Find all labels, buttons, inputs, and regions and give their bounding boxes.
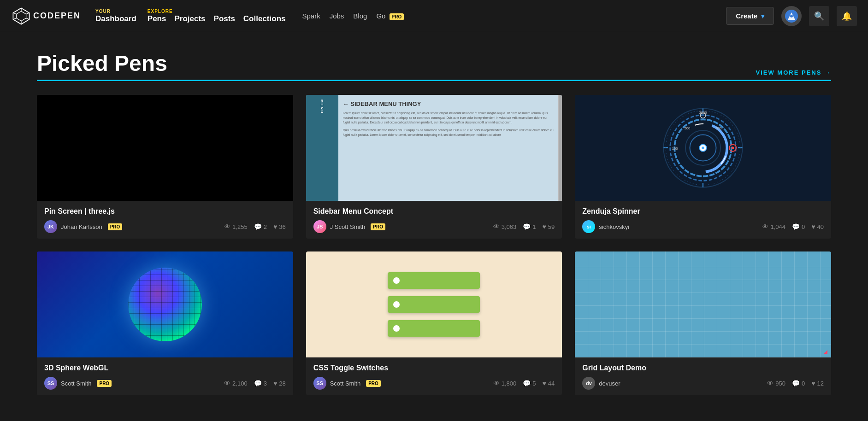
pen-card-2[interactable]: MENU ← SIDEBAR MENU THINGY Lorem ipsum d… (306, 95, 562, 239)
nav-collections[interactable]: Collections (243, 14, 286, 23)
pen-author-5: SS Scott Smith PRO (313, 377, 381, 390)
create-button[interactable]: Create ▾ (726, 7, 774, 25)
pen-preview-spinner: 3000 100 500 500 (575, 95, 831, 201)
heart-icon-2: ♥ (543, 223, 546, 230)
like-count-4: 28 (279, 380, 285, 387)
view-more-label: VIEW MORE PENS → (756, 69, 831, 76)
pen-preview-toggles (306, 251, 562, 357)
pen-stats-5: 👁 1,800 💬 5 ♥ 44 (493, 380, 555, 387)
heart-icon-4: ♥ (273, 380, 277, 387)
pen-meta-2: JS J Scott Smith PRO 👁 3,063 💬 1 (313, 220, 555, 233)
search-button[interactable]: 🔍 (809, 6, 829, 26)
pen-preview-1 (37, 95, 293, 201)
svg-line-5 (26, 12, 30, 14)
view-more-link[interactable]: VIEW MORE PENS → (756, 69, 831, 76)
like-count-1: 36 (279, 223, 285, 230)
pen-info-6: Grid Layout Demo dv devuser 👁 950 (575, 357, 831, 395)
nav-blog[interactable]: Blog (353, 12, 367, 20)
svg-marker-1 (16, 11, 26, 21)
pen-card-5[interactable]: CSS Toggle Switches SS Scott Smith PRO 👁… (306, 251, 562, 395)
eye-icon-6: 👁 (767, 380, 774, 387)
logo[interactable]: CODEPEN (11, 6, 81, 26)
pen-title-1: Pin Screen | three.js (44, 207, 286, 216)
page-header: Picked Pens VIEW MORE PENS → (37, 51, 831, 76)
svg-point-34 (732, 146, 734, 149)
pen-info-1: Pin Screen | three.js JK Johan Karlsson … (37, 201, 293, 239)
svg-point-10 (790, 15, 793, 18)
like-count-3: 40 (817, 223, 824, 230)
author-pro-badge-5: PRO (366, 380, 381, 387)
sidebar-title: ← SIDEBAR MENU THINGY (343, 100, 554, 107)
pen-meta-1: JK Johan Karlsson PRO 👁 1,255 💬 2 (44, 220, 286, 233)
pen-stats-1: 👁 1,255 💬 2 ♥ 36 (224, 223, 286, 230)
divider-line (37, 80, 831, 81)
like-count-6: 12 (817, 380, 824, 387)
nav-jobs[interactable]: Jobs (330, 12, 344, 20)
menu-label: MENU (320, 99, 324, 114)
pen-meta-6: dv devuser 👁 950 💬 0 (582, 377, 824, 390)
sidebar-main-content: ← SIDEBAR MENU THINGY Lorem ipsum dolor … (338, 95, 559, 201)
nav-spark[interactable]: Spark (302, 12, 320, 20)
sidebar-panel: MENU (306, 95, 338, 201)
pen-stats-2: 👁 3,063 💬 1 ♥ 59 (493, 223, 555, 230)
pen-meta-5: SS Scott Smith PRO 👁 1,800 💬 5 (313, 377, 555, 390)
like-stat-2: ♥ 59 (543, 223, 555, 230)
pen-info-5: CSS Toggle Switches SS Scott Smith PRO 👁… (306, 357, 562, 395)
view-stat-4: 👁 2,100 (224, 380, 248, 387)
notifications-button[interactable]: 🔔 (837, 6, 857, 26)
pen-card-1[interactable]: Pin Screen | three.js JK Johan Karlsson … (37, 95, 293, 239)
pen-info-4: 3D Sphere WebGL SS Scott Smith PRO 👁 2,1… (37, 357, 293, 395)
pen-preview-6 (575, 251, 831, 357)
nav-dashboard[interactable]: Dashboard (95, 14, 136, 23)
user-avatar-button[interactable] (781, 6, 802, 26)
nav-posts[interactable]: Posts (214, 14, 235, 23)
pen-preview-sphere (37, 251, 293, 357)
nav-go-pro[interactable]: Go PRO (376, 12, 404, 20)
pen-author-2: JS J Scott Smith PRO (313, 220, 385, 233)
sidebar-body-1: Lorem ipsum dolor sit amet, consectetur … (343, 111, 554, 124)
view-stat-3: 👁 1,044 (762, 223, 785, 230)
pen-card-4[interactable]: 3D Sphere WebGL SS Scott Smith PRO 👁 2,1… (37, 251, 293, 395)
view-stat-6: 👁 950 (767, 380, 785, 387)
eye-icon-5: 👁 (493, 380, 500, 387)
author-name-1: Johan Karlsson (61, 223, 102, 230)
comment-icon-2: 💬 (523, 223, 531, 230)
eye-icon-1: 👁 (224, 223, 230, 230)
pen-preview-black (37, 95, 293, 201)
svg-text:500: 500 (716, 126, 722, 130)
like-count-5: 44 (548, 380, 555, 387)
pen-preview-grid-ui (575, 251, 831, 357)
like-stat-1: ♥ 36 (273, 223, 286, 230)
heart-icon-3: ♥ (811, 223, 815, 230)
comment-icon-4: 💬 (254, 380, 262, 387)
search-icon: 🔍 (814, 11, 824, 21)
pen-meta-4: SS Scott Smith PRO 👁 2,100 💬 3 (44, 377, 286, 390)
toggle-dot-3 (393, 325, 400, 332)
pen-author-6: dv devuser (582, 377, 620, 390)
comment-stat-2: 💬 1 (523, 223, 536, 230)
view-count-6: 950 (775, 380, 785, 387)
pen-card-3[interactable]: 3000 100 500 500 Z (575, 95, 831, 239)
nav-explore-links: Pens Projects Posts Collections (148, 14, 286, 23)
page-title: Picked Pens (37, 51, 167, 76)
svg-line-6 (13, 18, 16, 19)
like-stat-5: ♥ 44 (543, 380, 555, 387)
comment-count-3: 0 (802, 223, 805, 230)
pen-title-5: CSS Toggle Switches (313, 364, 555, 372)
pen-author-4: SS Scott Smith PRO (44, 377, 112, 390)
comment-icon-6: 💬 (792, 380, 800, 387)
pen-card-6[interactable]: Grid Layout Demo dv devuser 👁 950 (575, 251, 831, 395)
pen-author-3: si sichkovskyi (582, 220, 629, 233)
sphere-visual (128, 268, 202, 341)
author-name-3: sichkovskyi (599, 223, 629, 230)
svg-line-7 (26, 18, 30, 19)
scrollbar (558, 95, 562, 201)
pen-preview-4 (37, 251, 293, 357)
pen-title-4: 3D Sphere WebGL (44, 364, 286, 372)
nav-projects[interactable]: Projects (174, 14, 205, 23)
toggle-item-3 (388, 320, 480, 337)
create-chevron-icon: ▾ (761, 12, 764, 20)
view-stat-5: 👁 1,800 (493, 380, 517, 387)
svg-text:500: 500 (685, 126, 691, 130)
nav-pens[interactable]: Pens (148, 14, 166, 23)
